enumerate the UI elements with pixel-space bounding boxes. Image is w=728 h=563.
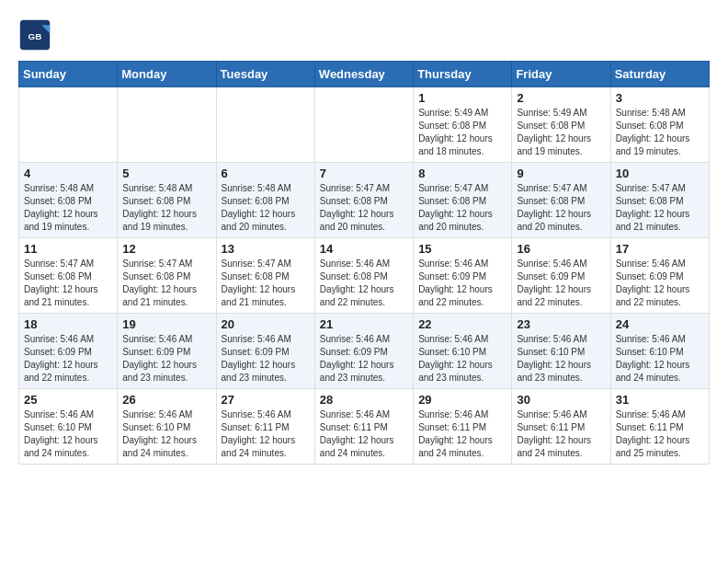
- calendar-day-cell: 22Sunrise: 5:46 AM Sunset: 6:10 PM Dayli…: [414, 314, 512, 389]
- day-number: 11: [24, 242, 112, 256]
- calendar-day-cell: 3Sunrise: 5:48 AM Sunset: 6:08 PM Daylig…: [610, 87, 709, 163]
- day-info: Sunrise: 5:48 AM Sunset: 6:08 PM Dayligh…: [616, 107, 704, 158]
- calendar-day-cell: 10Sunrise: 5:47 AM Sunset: 6:08 PM Dayli…: [610, 163, 709, 238]
- day-number: 23: [517, 317, 605, 331]
- day-info: Sunrise: 5:49 AM Sunset: 6:08 PM Dayligh…: [517, 107, 605, 158]
- calendar-day-cell: [19, 87, 118, 163]
- calendar-day-cell: 21Sunrise: 5:46 AM Sunset: 6:09 PM Dayli…: [314, 314, 413, 389]
- day-number: 9: [517, 167, 605, 180]
- calendar-day-cell: 2Sunrise: 5:49 AM Sunset: 6:08 PM Daylig…: [512, 87, 610, 163]
- calendar-table: SundayMondayTuesdayWednesdayThursdayFrid…: [18, 61, 710, 465]
- day-info: Sunrise: 5:46 AM Sunset: 6:08 PM Dayligh…: [320, 258, 408, 309]
- day-info: Sunrise: 5:46 AM Sunset: 6:11 PM Dayligh…: [222, 408, 310, 460]
- day-number: 15: [418, 242, 506, 256]
- calendar-week-row: 11Sunrise: 5:47 AM Sunset: 6:08 PM Dayli…: [19, 238, 710, 314]
- day-number: 12: [122, 242, 210, 256]
- calendar-day-cell: 29Sunrise: 5:46 AM Sunset: 6:11 PM Dayli…: [414, 389, 512, 465]
- calendar-header-row: SundayMondayTuesdayWednesdayThursdayFrid…: [19, 62, 710, 87]
- logo: GB: [18, 18, 57, 52]
- calendar-week-row: 4Sunrise: 5:48 AM Sunset: 6:08 PM Daylig…: [19, 163, 710, 238]
- day-number: 30: [517, 393, 605, 407]
- day-number: 13: [222, 242, 310, 256]
- day-info: Sunrise: 5:47 AM Sunset: 6:08 PM Dayligh…: [517, 182, 605, 234]
- day-info: Sunrise: 5:48 AM Sunset: 6:08 PM Dayligh…: [222, 182, 310, 234]
- day-info: Sunrise: 5:46 AM Sunset: 6:09 PM Dayligh…: [517, 258, 605, 309]
- day-number: 29: [418, 393, 506, 407]
- day-number: 7: [320, 167, 408, 180]
- day-info: Sunrise: 5:46 AM Sunset: 6:11 PM Dayligh…: [418, 408, 506, 460]
- day-info: Sunrise: 5:47 AM Sunset: 6:08 PM Dayligh…: [122, 258, 210, 309]
- day-number: 17: [616, 242, 704, 256]
- weekday-header: Tuesday: [216, 62, 314, 87]
- calendar-day-cell: 1Sunrise: 5:49 AM Sunset: 6:08 PM Daylig…: [414, 87, 512, 163]
- weekday-header: Friday: [512, 62, 610, 87]
- day-info: Sunrise: 5:46 AM Sunset: 6:10 PM Dayligh…: [24, 408, 112, 460]
- calendar-day-cell: 13Sunrise: 5:47 AM Sunset: 6:08 PM Dayli…: [216, 238, 314, 314]
- day-info: Sunrise: 5:46 AM Sunset: 6:09 PM Dayligh…: [320, 333, 408, 385]
- day-number: 2: [517, 91, 605, 105]
- day-number: 14: [320, 242, 408, 256]
- day-number: 4: [24, 167, 112, 180]
- calendar-day-cell: 4Sunrise: 5:48 AM Sunset: 6:08 PM Daylig…: [19, 163, 118, 238]
- calendar-day-cell: 18Sunrise: 5:46 AM Sunset: 6:09 PM Dayli…: [19, 314, 118, 389]
- day-number: 18: [24, 317, 112, 331]
- day-number: 8: [418, 167, 506, 180]
- calendar-day-cell: 25Sunrise: 5:46 AM Sunset: 6:10 PM Dayli…: [19, 389, 118, 465]
- logo-icon: GB: [18, 18, 51, 52]
- calendar-day-cell: 6Sunrise: 5:48 AM Sunset: 6:08 PM Daylig…: [216, 163, 314, 238]
- calendar-day-cell: 26Sunrise: 5:46 AM Sunset: 6:10 PM Dayli…: [118, 389, 216, 465]
- day-number: 19: [122, 317, 210, 331]
- day-info: Sunrise: 5:48 AM Sunset: 6:08 PM Dayligh…: [122, 182, 210, 234]
- day-info: Sunrise: 5:46 AM Sunset: 6:09 PM Dayligh…: [616, 258, 704, 309]
- day-info: Sunrise: 5:47 AM Sunset: 6:08 PM Dayligh…: [24, 258, 112, 309]
- day-info: Sunrise: 5:46 AM Sunset: 6:11 PM Dayligh…: [616, 408, 704, 460]
- day-info: Sunrise: 5:47 AM Sunset: 6:08 PM Dayligh…: [418, 182, 506, 234]
- day-info: Sunrise: 5:46 AM Sunset: 6:09 PM Dayligh…: [222, 333, 310, 385]
- day-number: 24: [616, 317, 704, 331]
- calendar-day-cell: 12Sunrise: 5:47 AM Sunset: 6:08 PM Dayli…: [118, 238, 216, 314]
- day-info: Sunrise: 5:46 AM Sunset: 6:09 PM Dayligh…: [122, 333, 210, 385]
- page-header: GB: [18, 18, 710, 52]
- day-number: 28: [320, 393, 408, 407]
- calendar-day-cell: 27Sunrise: 5:46 AM Sunset: 6:11 PM Dayli…: [216, 389, 314, 465]
- day-info: Sunrise: 5:49 AM Sunset: 6:08 PM Dayligh…: [418, 107, 506, 158]
- calendar-week-row: 18Sunrise: 5:46 AM Sunset: 6:09 PM Dayli…: [19, 314, 710, 389]
- calendar-day-cell: 7Sunrise: 5:47 AM Sunset: 6:08 PM Daylig…: [314, 163, 413, 238]
- day-number: 10: [616, 167, 704, 180]
- weekday-header: Wednesday: [314, 62, 413, 87]
- day-info: Sunrise: 5:47 AM Sunset: 6:08 PM Dayligh…: [320, 182, 408, 234]
- day-number: 22: [418, 317, 506, 331]
- day-info: Sunrise: 5:47 AM Sunset: 6:08 PM Dayligh…: [222, 258, 310, 309]
- day-number: 27: [222, 393, 310, 407]
- day-info: Sunrise: 5:46 AM Sunset: 6:10 PM Dayligh…: [418, 333, 506, 385]
- day-info: Sunrise: 5:48 AM Sunset: 6:08 PM Dayligh…: [24, 182, 112, 234]
- day-number: 16: [517, 242, 605, 256]
- calendar-day-cell: [314, 87, 413, 163]
- weekday-header: Thursday: [414, 62, 512, 87]
- svg-text:GB: GB: [28, 31, 42, 41]
- day-info: Sunrise: 5:46 AM Sunset: 6:10 PM Dayligh…: [616, 333, 704, 385]
- calendar-day-cell: 17Sunrise: 5:46 AM Sunset: 6:09 PM Dayli…: [610, 238, 709, 314]
- day-info: Sunrise: 5:46 AM Sunset: 6:10 PM Dayligh…: [122, 408, 210, 460]
- calendar-day-cell: 15Sunrise: 5:46 AM Sunset: 6:09 PM Dayli…: [414, 238, 512, 314]
- calendar-day-cell: 9Sunrise: 5:47 AM Sunset: 6:08 PM Daylig…: [512, 163, 610, 238]
- day-number: 25: [24, 393, 112, 407]
- calendar-day-cell: 30Sunrise: 5:46 AM Sunset: 6:11 PM Dayli…: [512, 389, 610, 465]
- day-number: 21: [320, 317, 408, 331]
- day-info: Sunrise: 5:47 AM Sunset: 6:08 PM Dayligh…: [616, 182, 704, 234]
- day-number: 1: [418, 91, 506, 105]
- calendar-day-cell: 19Sunrise: 5:46 AM Sunset: 6:09 PM Dayli…: [118, 314, 216, 389]
- calendar-day-cell: 23Sunrise: 5:46 AM Sunset: 6:10 PM Dayli…: [512, 314, 610, 389]
- day-info: Sunrise: 5:46 AM Sunset: 6:10 PM Dayligh…: [517, 333, 605, 385]
- day-number: 6: [222, 167, 310, 180]
- calendar-day-cell: 16Sunrise: 5:46 AM Sunset: 6:09 PM Dayli…: [512, 238, 610, 314]
- calendar-day-cell: 28Sunrise: 5:46 AM Sunset: 6:11 PM Dayli…: [314, 389, 413, 465]
- day-info: Sunrise: 5:46 AM Sunset: 6:09 PM Dayligh…: [24, 333, 112, 385]
- day-number: 31: [616, 393, 704, 407]
- day-info: Sunrise: 5:46 AM Sunset: 6:11 PM Dayligh…: [517, 408, 605, 460]
- calendar-day-cell: [216, 87, 314, 163]
- weekday-header: Saturday: [610, 62, 709, 87]
- day-number: 26: [122, 393, 210, 407]
- calendar-day-cell: [118, 87, 216, 163]
- calendar-week-row: 1Sunrise: 5:49 AM Sunset: 6:08 PM Daylig…: [19, 87, 710, 163]
